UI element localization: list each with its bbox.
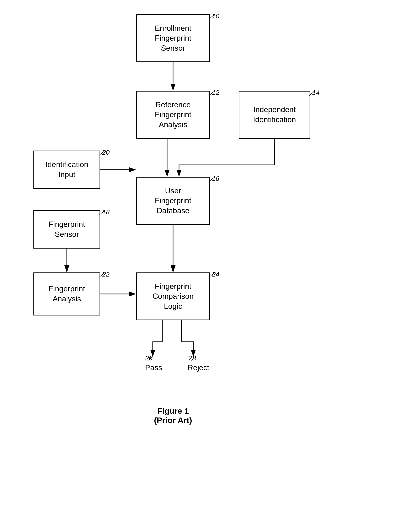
fp-sensor-box: Fingerprint Sensor [33, 210, 100, 248]
ref-slash-12 [208, 90, 217, 97]
svg-line-11 [209, 177, 215, 182]
enrollment-sensor-label: Enrollment Fingerprint Sensor [155, 23, 191, 53]
fp-analysis-box: Fingerprint Analysis [33, 272, 100, 316]
ref-slash-24 [208, 271, 217, 279]
diagram-container: Enrollment Fingerprint Sensor 10 Referen… [0, 0, 401, 532]
enrollment-sensor-box: Enrollment Fingerprint Sensor [136, 14, 210, 62]
ref-slash-22 [98, 271, 107, 279]
user-fp-database-label: User Fingerprint Database [155, 186, 191, 216]
reject-label: Reject [188, 363, 209, 372]
ref-slash-28 [191, 356, 198, 361]
identification-input-box: Identification Input [33, 151, 100, 189]
ref-slash-26 [148, 356, 155, 361]
fp-sensor-label: Fingerprint Sensor [49, 219, 85, 239]
svg-line-13 [99, 272, 105, 277]
ref-slash-16 [208, 176, 217, 183]
svg-line-10 [99, 151, 105, 155]
fp-comparison-box: Fingerprint Comparison Logic [136, 272, 210, 320]
svg-line-7 [209, 14, 215, 19]
identification-input-label: Identification Input [45, 160, 88, 179]
svg-line-9 [309, 91, 315, 95]
svg-line-16 [191, 357, 196, 361]
svg-line-15 [148, 357, 153, 361]
ref-slash-10 [208, 13, 217, 20]
svg-line-8 [209, 91, 215, 95]
svg-line-12 [99, 210, 105, 215]
fp-comparison-label: Fingerprint Comparison Logic [153, 282, 194, 311]
user-fp-database-box: User Fingerprint Database [136, 177, 210, 225]
reference-fingerprint-label: Reference Fingerprint Analysis [155, 100, 191, 130]
reference-fingerprint-box: Reference Fingerprint Analysis [136, 91, 210, 139]
figure-title: Figure 1 [134, 406, 212, 416]
independent-id-label: Independent Identification [253, 105, 296, 125]
independent-id-box: Independent Identification [239, 91, 310, 139]
ref-slash-18 [98, 209, 107, 216]
figure-subtitle: (Prior Art) [134, 416, 212, 425]
svg-line-14 [209, 272, 215, 277]
ref-slash-20 [98, 149, 107, 157]
figure-caption: Figure 1 (Prior Art) [134, 406, 212, 425]
fp-analysis-label: Fingerprint Analysis [49, 284, 85, 304]
arrows-svg [0, 0, 401, 532]
pass-label: Pass [145, 363, 162, 372]
ref-slash-14 [308, 90, 317, 97]
